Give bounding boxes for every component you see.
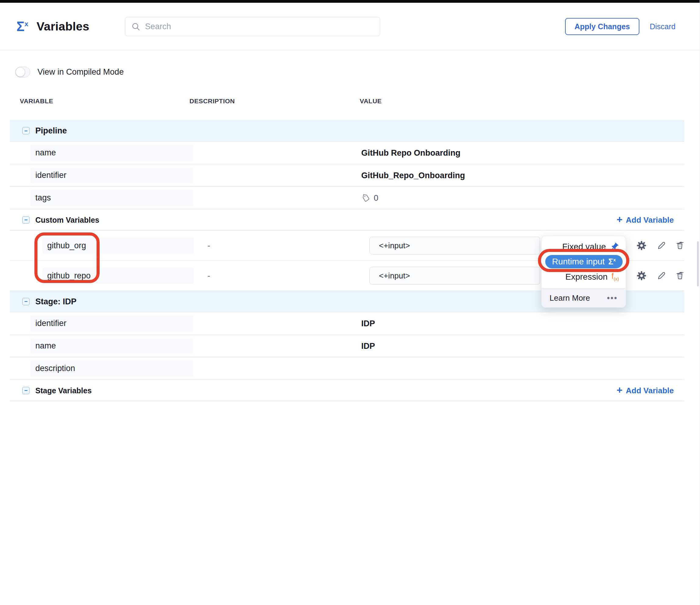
add-variable-button[interactable]: + Add Variable: [617, 386, 674, 395]
delete-icon[interactable]: [675, 240, 686, 251]
search-input[interactable]: [145, 22, 374, 31]
pipeline-name-value: GitHub Repo Onboarding: [361, 148, 460, 157]
variable-name-chip: tags: [30, 190, 194, 206]
table-row-pipeline-tags: tags 0: [10, 186, 684, 209]
menu-footer: Learn More •••: [542, 288, 626, 307]
toggle-knob: [16, 67, 25, 77]
ellipsis-icon[interactable]: •••: [607, 294, 618, 303]
scrollbar-thumb[interactable]: [697, 241, 699, 286]
delete-icon[interactable]: [675, 270, 686, 281]
pipeline-identifier-value: GitHub_Repo_Onboarding: [361, 171, 465, 180]
variable-name-chip: description: [30, 360, 194, 377]
runtime-input-sigma-icon: Σx: [608, 257, 616, 266]
stage-variables-label: Stage Variables: [35, 386, 92, 395]
discard-button[interactable]: Discard: [650, 22, 676, 31]
variable-name-chip: name: [30, 145, 194, 161]
stage-name-value: IDP: [361, 341, 375, 351]
column-header-description: DESCRIPTION: [190, 98, 235, 105]
collapse-icon[interactable]: −: [22, 216, 29, 224]
table-row-pipeline-identifier: identifier GitHub_Repo_Onboarding: [10, 164, 684, 186]
compiled-mode-label: View in Compiled Mode: [38, 67, 124, 77]
menu-item-fixed-value[interactable]: Fixed value: [542, 239, 626, 254]
runtime-input-sigma-icon: Σx: [17, 20, 28, 33]
value-type-menu: Fixed value Runtime input Σx Expression …: [541, 236, 626, 308]
menu-item-expression[interactable]: Expression f(x): [542, 269, 626, 284]
collapse-icon[interactable]: −: [22, 387, 29, 394]
compiled-mode-toggle[interactable]: [15, 67, 30, 77]
collapse-icon[interactable]: −: [22, 127, 29, 134]
edit-icon[interactable]: [656, 270, 667, 281]
tag-icon: [361, 193, 371, 203]
variable-name-chip: name: [30, 338, 194, 354]
column-header-variable: VARIABLE: [20, 98, 53, 105]
stage-identifier-value: IDP: [361, 319, 375, 328]
expression-fx-icon: f(x): [612, 272, 619, 281]
compiled-mode-row: View in Compiled Mode: [15, 67, 700, 77]
edit-icon[interactable]: [656, 240, 667, 251]
tags-count: 0: [374, 193, 378, 203]
custom-variables-label: Custom Variables: [35, 216, 99, 224]
table-row-stage-name: name IDP: [10, 334, 684, 357]
plus-icon: +: [617, 215, 622, 225]
page-title: Variables: [36, 20, 89, 33]
table-row-stage-description: description: [10, 357, 684, 380]
value-input-field[interactable]: <+input>: [370, 237, 540, 254]
pipeline-section-row: − Pipeline: [10, 120, 684, 141]
stage-section-label: Stage: IDP: [35, 297, 76, 306]
custom-variable-name-chip: github_org: [42, 237, 194, 254]
pipeline-section-label: Pipeline: [35, 126, 67, 135]
variable-name-chip: identifier: [30, 167, 194, 184]
plus-icon: +: [617, 385, 622, 395]
pipeline-tags-value: 0: [361, 193, 378, 203]
stage-variables-section-row: − Stage Variables + Add Variable: [10, 380, 684, 401]
learn-more-link[interactable]: Learn More: [550, 293, 590, 303]
variables-panel: Σx Variables Apply Changes Discard View …: [0, 0, 700, 605]
variable-name-chip: identifier: [30, 315, 194, 332]
description-cell: -: [207, 271, 210, 281]
table-row-stage-identifier: identifier IDP: [10, 312, 684, 334]
column-header-value: VALUE: [360, 98, 382, 105]
search-box[interactable]: [125, 17, 380, 36]
menu-item-runtime-input[interactable]: Runtime input Σx: [545, 255, 623, 268]
custom-variables-section-row: − Custom Variables + Add Variable: [10, 209, 684, 230]
pin-icon: [610, 242, 619, 251]
custom-variable-name-chip: github_repo: [42, 268, 194, 284]
header: Σx Variables Apply Changes Discard: [0, 3, 700, 51]
value-input-field[interactable]: <+input>: [370, 267, 540, 284]
settings-icon[interactable]: [636, 240, 647, 251]
table-row-pipeline-name: name GitHub Repo Onboarding: [10, 141, 684, 164]
apply-changes-button[interactable]: Apply Changes: [565, 18, 640, 35]
table-column-headers: VARIABLE DESCRIPTION VALUE: [10, 98, 684, 110]
add-variable-button[interactable]: + Add Variable: [617, 215, 674, 225]
window-top-strip: [0, 0, 700, 3]
collapse-icon[interactable]: −: [22, 298, 29, 305]
settings-icon[interactable]: [636, 270, 647, 281]
search-icon: [131, 22, 141, 31]
description-cell: -: [207, 241, 210, 250]
